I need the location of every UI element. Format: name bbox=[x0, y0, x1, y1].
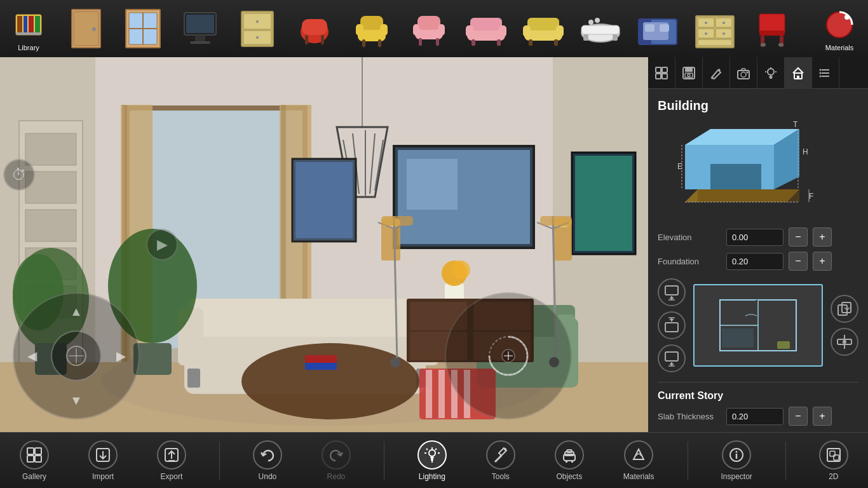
svg-rect-126 bbox=[305, 362, 337, 370]
2d-icon bbox=[819, 440, 848, 470]
furniture-sofa-pink[interactable] bbox=[458, 0, 515, 57]
svg-point-182 bbox=[768, 69, 774, 75]
materials-icon bbox=[820, 6, 858, 44]
floor-settings-button[interactable] bbox=[831, 328, 858, 356]
zoom-circle[interactable]: ⏱ bbox=[3, 159, 35, 191]
svg-rect-49 bbox=[554, 39, 558, 46]
lighting-tool[interactable]: Lighting bbox=[411, 433, 453, 488]
add-floor-below-button[interactable] bbox=[658, 344, 686, 372]
svg-rect-42 bbox=[471, 39, 475, 46]
svg-rect-46 bbox=[523, 25, 531, 37]
pan-control[interactable]: ▶ bbox=[146, 229, 178, 261]
tools-icon bbox=[486, 440, 515, 470]
svg-rect-16 bbox=[190, 41, 210, 44]
elevation-increase-button[interactable]: + bbox=[813, 227, 832, 247]
2d-tool[interactable]: 2D bbox=[813, 433, 855, 488]
foundation-label: Foundation bbox=[658, 257, 721, 266]
nav-right-button[interactable]: ▶ bbox=[109, 344, 132, 367]
panel-paint-icon[interactable] bbox=[703, 57, 730, 89]
import-tool[interactable]: Import bbox=[82, 433, 124, 488]
elevation-input[interactable] bbox=[726, 229, 783, 246]
furniture-bathtub[interactable] bbox=[572, 0, 629, 57]
furniture-chair-red-simple[interactable] bbox=[743, 0, 801, 57]
svg-rect-175 bbox=[685, 67, 693, 72]
nav-up-button[interactable]: ▲ bbox=[65, 300, 88, 323]
foundation-decrease-button[interactable]: − bbox=[789, 252, 808, 271]
svg-rect-169 bbox=[656, 67, 661, 72]
redo-label: Redo bbox=[327, 472, 346, 481]
remove-floor-button[interactable] bbox=[658, 311, 686, 339]
furniture-row bbox=[57, 0, 811, 57]
svg-point-244 bbox=[429, 450, 435, 456]
panel-home-icon[interactable] bbox=[785, 57, 812, 89]
floor-plan-preview[interactable] bbox=[693, 284, 823, 367]
panel-objects-icon[interactable] bbox=[648, 57, 675, 89]
furniture-cabinet[interactable] bbox=[229, 0, 286, 57]
furniture-chair-pink[interactable] bbox=[400, 0, 458, 57]
svg-line-254 bbox=[495, 456, 501, 462]
svg-rect-24 bbox=[305, 35, 308, 44]
svg-rect-66 bbox=[698, 39, 732, 46]
svg-rect-43 bbox=[497, 39, 501, 46]
main-viewport: ▲ ▼ ◀ ▶ ▶ bbox=[0, 57, 648, 432]
gallery-tool[interactable]: Gallery bbox=[13, 433, 55, 488]
nav-circle[interactable]: ▲ ▼ ◀ ▶ bbox=[13, 292, 140, 419]
add-floor-above-button[interactable] bbox=[658, 278, 686, 306]
2d-label: 2D bbox=[829, 472, 838, 481]
furniture-door[interactable] bbox=[57, 0, 114, 57]
zoom-control[interactable]: ⏱ bbox=[3, 159, 35, 191]
undo-tool[interactable]: Undo bbox=[247, 433, 288, 488]
slab-thickness-input[interactable] bbox=[726, 408, 783, 425]
furniture-window[interactable] bbox=[114, 0, 172, 57]
import-label: Import bbox=[92, 472, 114, 481]
svg-point-125 bbox=[241, 343, 419, 419]
furniture-dresser[interactable] bbox=[686, 0, 743, 57]
panel-list-icon[interactable] bbox=[812, 57, 839, 89]
svg-rect-134 bbox=[438, 370, 445, 418]
building-preview: T H E F bbox=[658, 119, 858, 221]
panel-save-icon[interactable] bbox=[675, 57, 703, 89]
foundation-increase-button[interactable]: + bbox=[813, 252, 832, 271]
svg-rect-36 bbox=[419, 38, 422, 46]
svg-rect-14 bbox=[186, 15, 214, 33]
svg-rect-252 bbox=[431, 458, 433, 459]
svg-line-249 bbox=[426, 449, 428, 450]
furniture-sofa-yellow[interactable] bbox=[515, 0, 572, 57]
export-label: Export bbox=[161, 472, 183, 481]
svg-rect-251 bbox=[430, 457, 434, 458]
rotate-circle[interactable] bbox=[445, 292, 572, 419]
export-tool[interactable]: Export bbox=[151, 433, 193, 488]
nav-left-button[interactable]: ◀ bbox=[20, 344, 43, 367]
copy-floor-button[interactable] bbox=[831, 295, 858, 323]
divider-2 bbox=[384, 442, 384, 480]
objects-tool[interactable]: Objects bbox=[548, 433, 590, 488]
furniture-tv[interactable] bbox=[172, 0, 229, 57]
nav-overlay: ▲ ▼ ◀ ▶ bbox=[13, 292, 140, 419]
redo-tool[interactable]: Redo bbox=[315, 433, 357, 488]
library-icon bbox=[10, 6, 48, 44]
svg-rect-170 bbox=[662, 67, 667, 72]
svg-point-255 bbox=[504, 448, 506, 451]
slab-increase-button[interactable]: + bbox=[813, 407, 832, 426]
slab-decrease-button[interactable]: − bbox=[789, 407, 808, 426]
room-scene: ▲ ▼ ◀ ▶ ▶ bbox=[0, 57, 648, 432]
foundation-input[interactable] bbox=[726, 253, 783, 270]
panel-camera-icon[interactable] bbox=[730, 57, 757, 89]
tools-tool[interactable]: Tools bbox=[480, 433, 522, 488]
furniture-chair-red[interactable] bbox=[286, 0, 343, 57]
nav-down-button[interactable]: ▼ bbox=[65, 389, 88, 412]
panel-light-icon[interactable] bbox=[757, 57, 785, 89]
library-button[interactable]: Library bbox=[0, 0, 57, 57]
inspector-tool[interactable]: Inspector bbox=[714, 433, 758, 488]
furniture-bed-blue[interactable] bbox=[629, 0, 686, 57]
furniture-armchair-yellow[interactable] bbox=[343, 0, 400, 57]
materials-button[interactable]: Materials bbox=[811, 0, 868, 57]
svg-rect-31 bbox=[378, 39, 381, 47]
objects-label: Objects bbox=[557, 472, 583, 481]
materials-tool[interactable]: Materials bbox=[617, 433, 661, 488]
panel-icons bbox=[648, 57, 868, 89]
elevation-decrease-button[interactable]: − bbox=[789, 227, 808, 247]
svg-text:H: H bbox=[803, 147, 808, 156]
svg-rect-227 bbox=[722, 329, 754, 348]
pan-circle[interactable]: ▶ bbox=[146, 229, 178, 261]
